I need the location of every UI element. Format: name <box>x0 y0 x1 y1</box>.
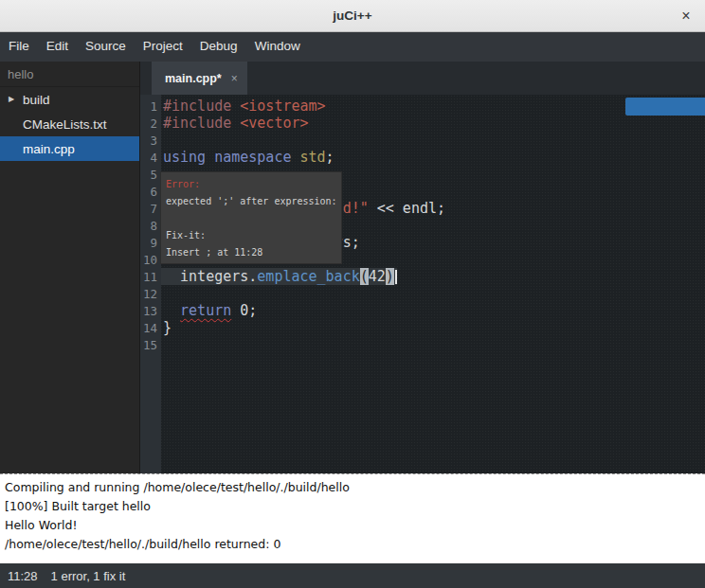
code-segment <box>291 149 299 166</box>
app-window: juCi++ × FileEditSourceProjectDebugWindo… <box>0 0 705 588</box>
line-number: 4 <box>140 149 161 166</box>
diagnostics-summary: 1 error, 1 fix it <box>51 569 126 583</box>
tooltip-line <box>166 210 336 227</box>
menubar: FileEditSourceProjectDebugWindow <box>0 32 705 62</box>
expander-icon[interactable]: ▶ <box>9 95 14 103</box>
menu-source[interactable]: Source <box>77 32 135 62</box>
line-number: 3 <box>140 132 161 149</box>
menu-window[interactable]: Window <box>246 32 309 62</box>
code-text: } <box>161 319 172 336</box>
code-segment: 42 <box>369 268 386 285</box>
tree-item-label: CMakeLists.txt <box>23 117 107 132</box>
code-editor[interactable]: 1#include <iostream>2#include <vector>34… <box>140 95 705 473</box>
code-segment: ) <box>386 268 394 285</box>
code-line: 4using namespace std; <box>140 149 705 166</box>
line-number: 1 <box>140 98 161 115</box>
statusbar: 11:28 1 error, 1 fix it <box>0 563 705 588</box>
line-number: 9 <box>140 234 161 251</box>
code-segment: } <box>163 319 172 336</box>
output-line: [100%] Built target hello <box>5 497 700 516</box>
code-text: return 0; <box>161 302 257 319</box>
code-text: integers.emplace_back(42) <box>161 268 397 285</box>
code-text: #include <iostream> <box>161 98 326 115</box>
code-text <box>161 132 163 149</box>
output-line: Compiling and running /home/olece/test/h… <box>5 478 700 497</box>
output-panel[interactable]: Compiling and running /home/olece/test/h… <box>0 473 705 563</box>
line-number: 2 <box>140 115 161 132</box>
tab-label: main.cpp* <box>165 72 222 85</box>
code-segment: emplace_back <box>257 268 359 285</box>
tooltip-line: Insert ; at 11:28 <box>166 244 336 261</box>
line-number: 14 <box>140 319 161 336</box>
tab-close-icon[interactable]: × <box>231 72 238 85</box>
code-segment: ; <box>326 149 334 166</box>
code-text <box>161 336 163 353</box>
code-segment: #include <box>163 115 231 132</box>
editor-pane: main.cpp* × 1#include <iostream>2#includ… <box>140 62 705 473</box>
menu-file[interactable]: File <box>0 32 38 62</box>
line-number: 11 <box>140 268 161 285</box>
code-segment: return <box>180 302 231 319</box>
menu-edit[interactable]: Edit <box>38 32 77 62</box>
menu-debug[interactable]: Debug <box>191 32 246 62</box>
tooltip-line: Fix-it: <box>166 227 336 244</box>
code-segment: <iostream> <box>240 98 325 115</box>
code-line: 3 <box>140 132 705 149</box>
main-area: hello ▶buildCMakeLists.txtmain.cpp main.… <box>0 62 705 473</box>
code-segment: std <box>300 149 326 166</box>
line-number: 5 <box>140 166 161 183</box>
line-number: 8 <box>140 217 161 234</box>
code-segment: using namespace <box>163 149 291 166</box>
close-window-icon[interactable]: × <box>678 8 695 25</box>
code-line: 15 <box>140 336 705 353</box>
code-line: 12 <box>140 285 705 302</box>
tree-item-label: main.cpp <box>23 142 75 156</box>
menu-project[interactable]: Project <box>135 32 191 62</box>
tab-main-cpp[interactable]: main.cpp* × <box>152 62 247 95</box>
file-tree: ▶buildCMakeLists.txtmain.cpp <box>0 87 139 161</box>
code-text <box>161 285 163 302</box>
sidebar-file-browser: hello ▶buildCMakeLists.txtmain.cpp <box>0 62 140 473</box>
code-segment <box>231 115 240 132</box>
code-segment: <vector> <box>240 115 308 132</box>
titlebar[interactable]: juCi++ × <box>0 0 705 32</box>
code-line: 2#include <vector> <box>140 115 705 132</box>
cursor-position: 11:28 <box>8 569 38 583</box>
line-number: 10 <box>140 251 161 268</box>
output-line: Hello World! <box>5 516 700 535</box>
code-segment: integers. <box>163 268 257 285</box>
line-number: 7 <box>140 200 161 217</box>
window-title: juCi++ <box>0 9 705 23</box>
tree-item-build[interactable]: ▶build <box>0 87 139 112</box>
code-segment: 0; <box>231 302 257 319</box>
code-text: #include <vector> <box>161 115 309 132</box>
code-line: 14} <box>140 319 705 336</box>
output-line: /home/olece/test/hello/./build/hello ret… <box>5 535 700 554</box>
code-line: 13 return 0; <box>140 302 705 319</box>
code-segment: << endl; <box>369 200 445 217</box>
tooltip-line: expected ';' after expression: <box>166 193 336 210</box>
tree-item-label: build <box>23 93 50 107</box>
code-segment: ( <box>360 268 369 285</box>
tabbar: main.cpp* × <box>140 62 705 95</box>
code-line: 11 integers.emplace_back(42) <box>140 268 705 285</box>
tree-item-main-cpp[interactable]: main.cpp <box>0 136 139 161</box>
scrollbar-thumb[interactable] <box>625 98 705 116</box>
code-segment: #include <box>163 98 231 115</box>
line-number: 13 <box>140 302 161 319</box>
diagnostic-tooltip: Error:expected ';' after expression: Fix… <box>160 171 342 264</box>
code-line: 1#include <iostream> <box>140 98 705 115</box>
code-segment <box>231 98 240 115</box>
line-number: 12 <box>140 285 161 302</box>
tooltip-line: Error: <box>166 176 336 193</box>
tree-item-cmakelists-txt[interactable]: CMakeLists.txt <box>0 112 139 136</box>
project-folder-name: hello <box>0 62 139 87</box>
code-text: using namespace std; <box>161 149 334 166</box>
code-segment <box>163 302 180 319</box>
line-number: 6 <box>140 183 161 200</box>
text-caret-icon <box>395 270 397 284</box>
line-number: 15 <box>140 336 161 353</box>
